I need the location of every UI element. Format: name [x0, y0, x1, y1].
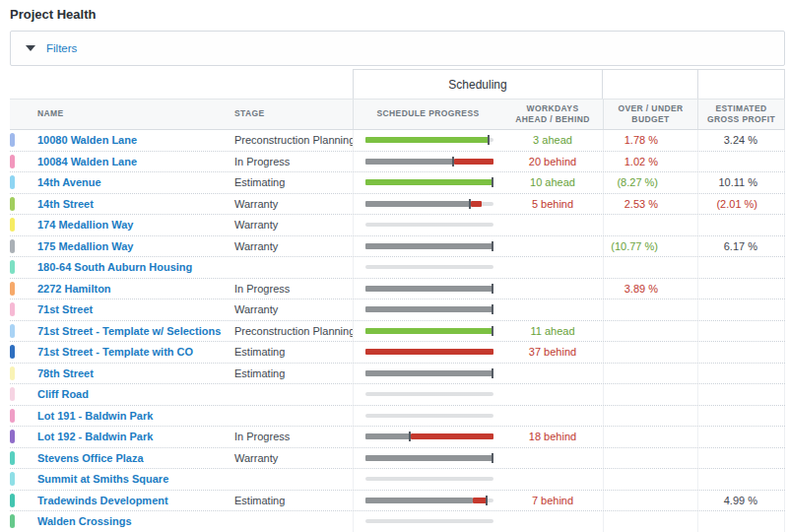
project-name-link[interactable]: Lot 191 - Baldwin Park [37, 410, 153, 422]
table-row[interactable]: 175 Medallion Way Warranty (10.77 %) 6.1… [10, 236, 785, 258]
schedule-progress-cell [353, 194, 502, 215]
progress-track [365, 414, 493, 418]
project-color-bar [10, 451, 15, 465]
project-name-link[interactable]: Summit at Smiths Square [37, 473, 168, 485]
project-name-link[interactable]: 10080 Walden Lane [37, 134, 137, 146]
table-row[interactable]: Lot 191 - Baldwin Park [10, 406, 785, 428]
project-name-link[interactable]: 78th Street [37, 367, 94, 379]
table-row[interactable]: Summit at Smiths Square [10, 469, 785, 491]
table-row[interactable]: 180-64 South Auburn Housing [10, 257, 785, 279]
column-header-workdays[interactable]: WORKDAYS AHEAD / BEHIND [502, 100, 603, 129]
project-name-link[interactable]: 71st Street [37, 303, 93, 315]
schedule-progress-cell [353, 279, 502, 299]
schedule-progress-cell [353, 448, 502, 469]
table-row[interactable]: 14th Avenue Estimating 10 ahead (8.27 %)… [10, 172, 785, 194]
profit-cell: (2.01 %) [697, 194, 785, 215]
project-name-link[interactable]: 180-64 South Auburn Housing [37, 261, 192, 273]
schedule-progress-cell [353, 215, 502, 235]
project-color-bar [10, 324, 15, 338]
table-row[interactable]: 71st Street - Template with CO Estimatin… [10, 342, 785, 364]
profit-cell [697, 406, 785, 427]
table-row[interactable]: Lot 192 - Baldwin Park In Progress 18 be… [10, 427, 785, 448]
table-body: 10080 Walden Lane Preconstruction Planni… [10, 130, 785, 532]
project-name-cell: 180-64 South Auburn Housing [10, 257, 225, 278]
project-name-cell: 175 Medallion Way [10, 236, 225, 257]
profit-cell [697, 279, 785, 299]
project-color-bar [10, 366, 15, 380]
workdays-cell: 18 behind [502, 427, 603, 447]
workdays-cell: 20 behind [502, 152, 603, 172]
profit-cell [697, 364, 785, 384]
project-color-bar [10, 239, 15, 253]
project-name-link[interactable]: Tradewinds Development [37, 495, 168, 506]
table-row[interactable]: 10084 Walden Lane In Progress 20 behind … [10, 152, 785, 173]
project-name-link[interactable]: 174 Medallion Way [37, 219, 133, 231]
project-name-link[interactable]: 71st Street - Template with CO [37, 346, 193, 358]
profit-cell [697, 299, 785, 320]
project-name-cell: 78th Street [10, 364, 225, 384]
project-color-bar [10, 175, 15, 189]
table-row[interactable]: 2272 Hamilton In Progress 3.89 % [10, 279, 785, 300]
project-name-cell: Cliff Road [10, 384, 225, 405]
progress-segment-gray [365, 201, 471, 207]
table-row[interactable]: Cliff Road [10, 384, 785, 406]
table-row[interactable]: 14th Street Warranty 5 behind 2.53 % (2.… [10, 194, 785, 216]
budget-cell: (10.77 %) [603, 236, 697, 257]
stage-cell: In Progress [225, 152, 353, 172]
project-color-bar [10, 282, 15, 296]
schedule-progress-cell [353, 406, 502, 427]
table-row[interactable]: 174 Medallion Way Warranty [10, 215, 785, 236]
workdays-cell [502, 511, 603, 532]
table-row[interactable]: 71st Street - Template w/ Selections Pre… [10, 321, 785, 343]
project-name-link[interactable]: Walden Crossings [37, 515, 132, 527]
project-name-link[interactable]: 14th Avenue [37, 176, 101, 188]
today-marker [492, 368, 493, 378]
stage-cell: Estimating [225, 172, 353, 193]
project-name-link[interactable]: Lot 192 - Baldwin Park [37, 431, 153, 442]
project-health-page: Project Health Filters Scheduling NAME S… [0, 0, 788, 532]
stage-cell [225, 384, 353, 405]
progress-segment-gray [365, 243, 493, 249]
budget-cell [603, 299, 697, 320]
group-header-budget-spacer [603, 69, 697, 99]
project-name-link[interactable]: 175 Medallion Way [37, 240, 133, 252]
today-marker [409, 432, 411, 441]
filters-bar[interactable]: Filters [10, 31, 785, 66]
budget-cell [603, 384, 697, 405]
column-header-schedule-progress[interactable]: SCHEDULE PROGRESS [353, 100, 502, 129]
today-marker [492, 177, 493, 187]
project-color-bar [10, 472, 15, 486]
project-health-table: Scheduling NAME STAGE SCHEDULE PROGRESS … [10, 69, 785, 532]
progress-bar [365, 389, 493, 399]
progress-segment-gray [365, 433, 411, 439]
project-name-link[interactable]: 10084 Walden Lane [37, 156, 137, 167]
project-name-link[interactable]: 71st Street - Template w/ Selections [37, 325, 221, 337]
profit-cell [697, 152, 785, 172]
table-row[interactable]: 78th Street Estimating [10, 364, 785, 385]
table-row[interactable]: Tradewinds Development Estimating 7 behi… [10, 491, 785, 512]
table-row[interactable]: 71st Street Warranty [10, 299, 785, 321]
workdays-cell [502, 448, 603, 469]
column-header-stage[interactable]: STAGE [225, 100, 353, 129]
progress-segment-red [471, 201, 483, 207]
stage-cell: In Progress [225, 427, 353, 447]
stage-cell: Preconstruction Planning [225, 321, 353, 342]
group-header-profit-spacer [697, 69, 785, 99]
table-row[interactable]: Stevens Office Plaza Warranty [10, 448, 785, 470]
workdays-cell [502, 384, 603, 405]
column-header-name[interactable]: NAME [10, 100, 225, 129]
project-name-link[interactable]: Cliff Road [37, 388, 89, 400]
table-row[interactable]: 10080 Walden Lane Preconstruction Planni… [10, 130, 785, 152]
filters-label: Filters [46, 42, 77, 54]
column-header-over-under-budget[interactable]: OVER / UNDER BUDGET [603, 100, 697, 129]
project-name-link[interactable]: Stevens Office Plaza [37, 452, 144, 464]
workdays-cell: 10 ahead [502, 172, 603, 193]
workdays-cell [502, 215, 603, 235]
profit-cell: 10.11 % [697, 172, 785, 193]
schedule-progress-cell [353, 172, 502, 193]
project-name-link[interactable]: 14th Street [37, 198, 94, 210]
table-row[interactable]: Walden Crossings [10, 511, 785, 532]
column-header-estimated-gross-profit[interactable]: ESTIMATED GROSS PROFIT [697, 100, 785, 129]
project-name-link[interactable]: 2272 Hamilton [37, 283, 111, 295]
schedule-progress-cell [353, 427, 502, 447]
